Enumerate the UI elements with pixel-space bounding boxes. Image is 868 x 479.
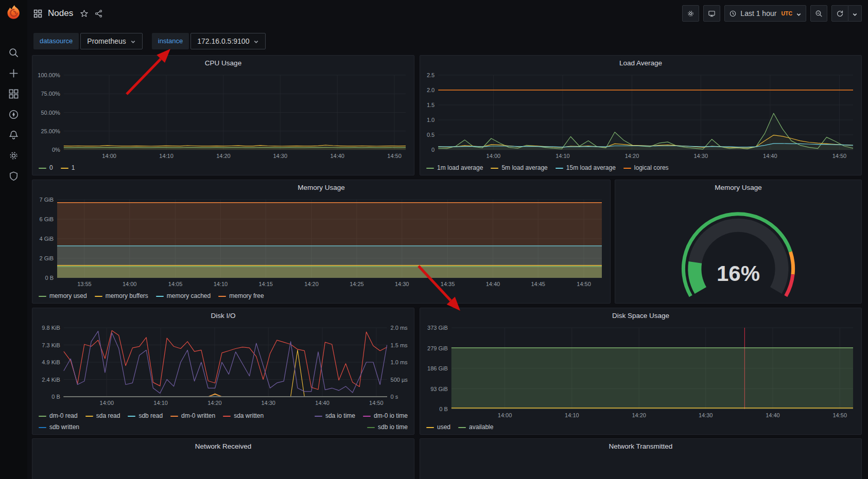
instance-variable-label: instance: [152, 33, 189, 49]
share-icon[interactable]: [94, 9, 103, 18]
cycle-view-button[interactable]: [703, 5, 720, 22]
chart-svg[interactable]: 14:0014:1014:2014:3014:4014:500 B2.4 KiB…: [33, 323, 413, 408]
legend-swatch: [363, 416, 371, 417]
x-axis-tick-label: 14:30: [261, 400, 275, 406]
legend-label: dm-0 read: [49, 411, 78, 421]
explore-compass-icon[interactable]: [8, 109, 19, 120]
create-plus-icon[interactable]: [8, 68, 19, 79]
legend-item-memory-cached[interactable]: memory cached: [156, 291, 211, 301]
panel-legend: 01: [32, 163, 414, 173]
legend-item-sdb-read[interactable]: sdb read: [128, 411, 163, 421]
disk-space-chart[interactable]: 14:0014:1014:2014:3014:4014:500 B93 GiB1…: [421, 323, 860, 420]
legend-group-left: 01: [39, 163, 75, 173]
legend-item-sdb-written[interactable]: sdb written: [39, 422, 79, 433]
legend-item-memory-used[interactable]: memory used: [39, 291, 87, 301]
chart-svg[interactable]: 14:0014:1014:2014:3014:4014:500 B93 GiB1…: [421, 323, 860, 420]
y2-axis-tick-label: 1.5 ms: [391, 342, 408, 348]
series-line-1: [64, 145, 406, 146]
legend-group-left: memory usedmemory buffersmemory cachedme…: [39, 291, 264, 301]
chart-svg[interactable]: 13:5514:0014:0514:1014:1514:2014:2514:30…: [33, 194, 609, 289]
x-axis-tick-label: 14:50: [369, 400, 384, 406]
instance-variable-value[interactable]: 172.16.0.5:9100: [190, 33, 266, 49]
grafana-logo[interactable]: [5, 4, 23, 23]
y-axis-tick-label: 50.00%: [41, 110, 60, 116]
legend-item-sdb-io-time[interactable]: sdb io time: [367, 422, 408, 433]
zoom-out-button[interactable]: [810, 5, 827, 22]
series-fill-memory-used: [57, 267, 602, 278]
cpu-usage-chart[interactable]: 14:0014:1014:2014:3014:4014:500%25.00%50…: [33, 70, 413, 161]
legend-item-1m-load-average[interactable]: 1m load average: [426, 163, 483, 173]
timezone-label: UTC: [781, 10, 792, 16]
panel-title[interactable]: Memory Usage: [615, 180, 861, 194]
y-axis-tick-label: 1.0: [427, 117, 435, 123]
legend-item-memory-buffers[interactable]: memory buffers: [95, 291, 148, 301]
legend-label: memory free: [229, 291, 264, 301]
legend-item-5m-load-average[interactable]: 5m load average: [491, 163, 547, 173]
disk-io-chart[interactable]: 14:0014:1014:2014:3014:4014:500 B2.4 KiB…: [33, 323, 413, 408]
dashboard-settings-button[interactable]: [682, 5, 699, 22]
star-icon[interactable]: [80, 9, 89, 18]
legend-item-dm-0-read[interactable]: dm-0 read: [39, 411, 78, 421]
legend-item-sda-written[interactable]: sda written: [223, 411, 264, 421]
alerting-bell-icon[interactable]: [8, 130, 19, 140]
legend-item-memory-free[interactable]: memory free: [218, 291, 264, 301]
legend-item-available[interactable]: available: [458, 422, 493, 433]
legend-label: memory used: [49, 291, 87, 301]
x-axis-tick-label: 14:20: [207, 400, 222, 406]
legend-item-sda-read[interactable]: sda read: [85, 411, 120, 421]
legend-item-sda-io-time[interactable]: sda io time: [315, 411, 355, 421]
legend-swatch: [39, 168, 46, 169]
variables-submenu: datasource Prometheus instance 172.16.0.…: [27, 27, 868, 55]
y-axis-tick-label: 7 GiB: [39, 197, 54, 203]
y-axis-tick-label: 1.5: [427, 102, 435, 108]
panel-title[interactable]: Network Received: [32, 439, 414, 453]
y-axis-tick-label: 0%: [52, 147, 60, 153]
panel-disk-space-usage: Disk Space Usage 14:0014:1014:2014:3014:…: [420, 308, 862, 435]
panel-title[interactable]: Disk Space Usage: [420, 308, 861, 323]
time-range-picker[interactable]: Last 1 hour UTC: [724, 5, 806, 22]
chevron-down-icon: [253, 38, 259, 44]
dashboards-icon[interactable]: [8, 88, 19, 99]
legend-item-1[interactable]: 1: [61, 163, 75, 173]
server-admin-shield-icon[interactable]: [8, 171, 19, 182]
panel-title[interactable]: Network Transmitted: [420, 439, 861, 453]
refresh-button[interactable]: [831, 5, 848, 22]
panel-legend: dm-0 readsda readsdb readdm-0 writtensda…: [32, 411, 414, 433]
y-axis-tick-label: 0 B: [439, 406, 448, 412]
x-axis-tick-label: 14:15: [258, 281, 273, 287]
memory-usage-chart[interactable]: 13:5514:0014:0514:1014:1514:2014:2514:30…: [33, 194, 609, 289]
legend-item-logical-cores[interactable]: logical cores: [623, 163, 669, 173]
legend-item-0[interactable]: 0: [39, 163, 53, 173]
x-axis-tick-label: 14:20: [304, 281, 319, 287]
refresh-button-group: [831, 5, 862, 22]
chart-svg[interactable]: 14:0014:1014:2014:3014:4014:5000.51.01.5…: [421, 70, 860, 161]
chart-svg[interactable]: 14:0014:1014:2014:3014:4014:500%25.00%50…: [33, 70, 413, 161]
configuration-gear-icon[interactable]: [8, 150, 19, 161]
y-axis-tick-label: 93 GiB: [430, 386, 448, 392]
panel-title[interactable]: Load Average: [420, 56, 861, 70]
legend-label: sda io time: [325, 411, 355, 421]
legend-label: sda read: [96, 411, 120, 421]
legend-swatch: [315, 416, 322, 417]
x-axis-tick-label: 14:50: [577, 281, 591, 287]
x-axis-tick-label: 14:40: [330, 153, 344, 159]
panel-title[interactable]: Memory Usage: [32, 180, 610, 194]
legend-item-used[interactable]: used: [426, 422, 450, 433]
page-title: Nodes: [48, 8, 73, 19]
x-axis-tick-label: 14:20: [632, 412, 646, 418]
search-icon[interactable]: [8, 47, 19, 58]
load-average-chart[interactable]: 14:0014:1014:2014:3014:4014:5000.51.01.5…: [421, 70, 860, 161]
panel-title[interactable]: CPU Usage: [32, 56, 414, 70]
legend-label: 15m load average: [566, 163, 616, 173]
legend-item-dm-0-io-time[interactable]: dm-0 io time: [363, 411, 408, 421]
variable-instance: instance 172.16.0.5:9100: [152, 33, 266, 49]
legend-item-dm-0-written[interactable]: dm-0 written: [170, 411, 215, 421]
datasource-variable-value[interactable]: Prometheus: [80, 33, 142, 49]
x-axis-tick-label: 14:35: [441, 281, 455, 287]
y2-axis-tick-label: 0 s: [391, 394, 398, 400]
panel-title[interactable]: Disk I/O: [32, 308, 414, 323]
sidebar: [0, 0, 27, 479]
gear-icon: [687, 10, 695, 17]
refresh-interval-dropdown[interactable]: [848, 5, 862, 22]
legend-item-15m-load-average[interactable]: 15m load average: [555, 163, 616, 173]
